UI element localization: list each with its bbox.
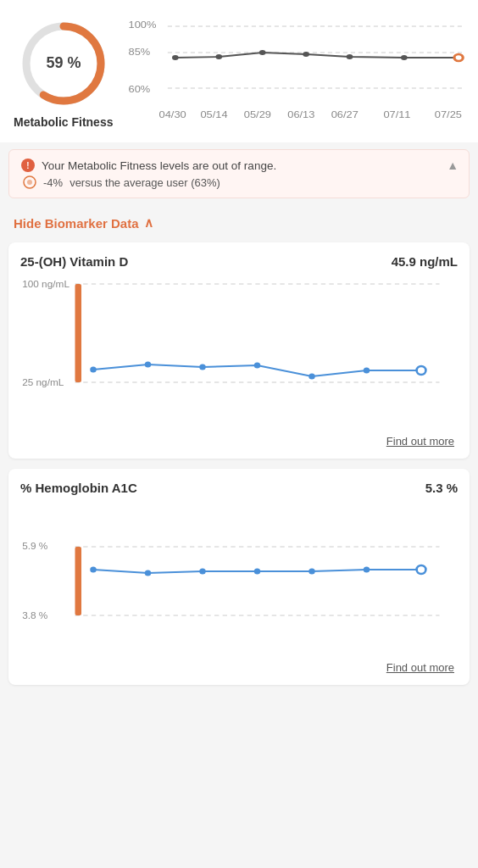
y-label-100: 100% <box>129 20 157 29</box>
x-label-4: 06/13 <box>288 110 315 119</box>
biomarker-chart-vitamin-d: 100 ng/mL 25 ng/mL <box>20 275 458 428</box>
trend-chart-svg: 100% 85% 60% 04/30 05/14 05/29 06/13 <box>126 18 464 128</box>
alert-sub-row: -4% versus the average user (63%) <box>21 175 457 189</box>
gauge-label: Metabolic Fitness <box>14 115 113 129</box>
vd-dot-4 <box>254 363 261 369</box>
vd-dot-3 <box>199 364 206 370</box>
svg-point-6 <box>27 180 32 185</box>
gauge-svg: 59 % <box>17 17 110 110</box>
find-out-more-link-hba1c[interactable]: Find out more <box>386 661 454 674</box>
trend-dot-1 <box>172 55 179 60</box>
hba1c-chart-svg: 5.9 % 3.8 % <box>20 502 458 654</box>
hide-biomarker-button[interactable]: Hide Biomarker Data ∧ <box>14 215 153 231</box>
vd-dot-last <box>417 366 426 375</box>
vd-range-bar <box>75 284 82 382</box>
find-out-more-hba1c[interactable]: Find out more <box>20 654 458 676</box>
vd-dot-2 <box>145 362 152 368</box>
vd-y-top: 100 ng/mL <box>22 279 69 289</box>
hide-biomarker-label: Hide Biomarker Data <box>14 216 139 231</box>
vd-dot-1 <box>90 367 97 373</box>
trend-chart: 100% 85% 60% 04/30 05/14 05/29 06/13 <box>126 18 464 128</box>
trend-dot-4 <box>303 52 310 57</box>
biomarker-header-hba1c: % Hemoglobin A1C 5.3 % <box>20 481 458 495</box>
hide-biomarker-section: Hide Biomarker Data ∧ <box>0 205 478 237</box>
top-section: 59 % Metabolic Fitness 100% 85% 60% <box>0 0 478 142</box>
hba1c-dot-5 <box>308 569 315 575</box>
alert-main-text: Your Metabolic Fitness levels are out of… <box>42 159 276 172</box>
x-label-3: 05/29 <box>244 110 271 119</box>
hba1c-dot-6 <box>364 567 370 573</box>
biomarker-name-vitamin-d: 25-(OH) Vitamin D <box>20 254 128 269</box>
hba1c-dot-last <box>417 565 426 574</box>
hba1c-dot-3 <box>199 569 206 575</box>
trend-dot-last <box>454 54 463 61</box>
y-label-60: 60% <box>129 85 151 93</box>
hba1c-dot-1 <box>90 567 97 573</box>
y-label-85: 85% <box>129 47 151 56</box>
alert-sub-text: versus the average user (63%) <box>69 176 220 189</box>
hba1c-dot-4 <box>254 569 261 575</box>
x-label-2: 05/14 <box>201 110 229 119</box>
find-out-more-link-vitamin-d[interactable]: Find out more <box>386 435 454 448</box>
biomarker-chart-hba1c: 5.9 % 3.8 % <box>20 502 458 654</box>
x-label-7: 07/25 <box>435 110 462 119</box>
hide-biomarker-chevron-icon: ∧ <box>144 215 153 231</box>
vd-y-bottom: 25 ng/mL <box>22 377 64 387</box>
hba1c-y-bottom: 3.8 % <box>22 610 47 620</box>
alert-sub-value: -4% <box>43 176 63 189</box>
biomarker-name-hba1c: % Hemoglobin A1C <box>20 481 137 495</box>
alert-banner: ! Your Metabolic Fitness levels are out … <box>8 149 470 198</box>
biomarker-value-vitamin-d: 45.9 ng/mL <box>392 254 458 269</box>
gauge-percent-text: 59 % <box>46 54 81 71</box>
trend-dot-6 <box>401 55 408 60</box>
x-label-5: 06/27 <box>331 110 358 119</box>
hba1c-range-bar <box>75 547 82 615</box>
alert-main-row: ! Your Metabolic Fitness levels are out … <box>21 159 457 172</box>
alert-sub-icon <box>23 175 36 189</box>
trend-dot-5 <box>347 54 353 59</box>
trend-dot-2 <box>216 54 223 59</box>
trend-dot-3 <box>259 50 266 55</box>
hba1c-dot-2 <box>145 570 152 576</box>
biomarker-header-vitamin-d: 25-(OH) Vitamin D 45.9 ng/mL <box>20 254 458 269</box>
biomarker-value-hba1c: 5.3 % <box>425 481 458 495</box>
vd-dot-5 <box>308 374 315 380</box>
x-label-1: 04/30 <box>159 110 186 119</box>
x-label-6: 07/11 <box>384 110 411 119</box>
gauge-container: 59 % Metabolic Fitness <box>14 17 113 129</box>
alert-chevron-icon[interactable]: ▲ <box>447 159 459 172</box>
biomarker-card-vitamin-d: 25-(OH) Vitamin D 45.9 ng/mL 100 ng/mL 2… <box>8 242 470 459</box>
vd-dot-6 <box>364 368 370 374</box>
vitamin-d-chart-svg: 100 ng/mL 25 ng/mL <box>20 275 458 428</box>
alert-icon: ! <box>21 159 35 172</box>
find-out-more-vitamin-d[interactable]: Find out more <box>20 428 458 450</box>
biomarker-card-hba1c: % Hemoglobin A1C 5.3 % 5.9 % 3.8 % <box>8 469 470 685</box>
hba1c-y-top: 5.9 % <box>22 541 47 551</box>
